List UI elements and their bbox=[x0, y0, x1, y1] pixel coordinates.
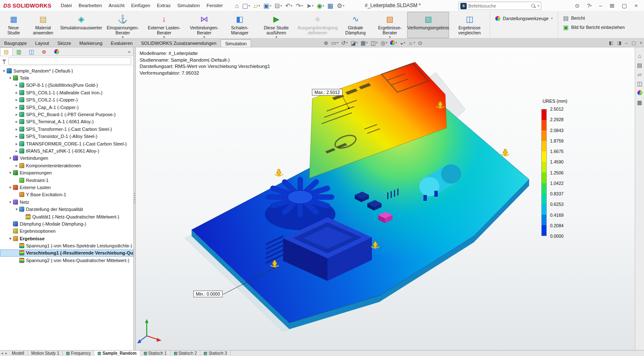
minimize-button[interactable]: – bbox=[596, 0, 605, 11]
expand-down-icon[interactable]: ▾ bbox=[8, 200, 13, 204]
ribbon-material-anwenden[interactable]: ▤Material anwenden bbox=[26, 12, 60, 38]
search-icon[interactable] bbox=[531, 3, 536, 8]
dropdown-arrow-icon[interactable]: ▾ bbox=[259, 4, 260, 8]
max-callout[interactable]: Max.: 2.5012 bbox=[312, 89, 343, 96]
study-tab-motion-study-1[interactable]: Motion Study 1 bbox=[28, 351, 63, 356]
custom-properties-button[interactable]: ▦ bbox=[637, 100, 642, 105]
tree-item-verschiebung1[interactable]: Verschiebung1 (-Resultierende Verschiebu… bbox=[0, 249, 133, 257]
menu-ansicht[interactable]: Ansicht bbox=[105, 0, 128, 11]
select-cursor-button[interactable]: ➤▾ bbox=[305, 2, 314, 10]
dropdown-arrow-icon[interactable]: ▾ bbox=[343, 4, 345, 8]
ribbon-darstellungswerkzeuge[interactable]: Darstellungswerkzeuge▾ bbox=[495, 16, 553, 21]
tree-item-d-mpfung[interactable]: Dämpfung (-Modale Dämpfung-) bbox=[0, 220, 133, 227]
redo-button[interactable]: ↷▾ bbox=[294, 2, 304, 10]
save-button[interactable]: ▣▾ bbox=[262, 2, 273, 10]
tree-item-sps-terminal-a-1[interactable]: ▸SPS_Terminal_A-1 (-6061 Alloy-) bbox=[0, 118, 133, 125]
dropdown-arrow-icon[interactable]: ▾ bbox=[312, 4, 314, 8]
tab-evaluieren[interactable]: Evaluieren bbox=[106, 39, 137, 47]
expand-down-icon[interactable]: ▾ bbox=[2, 69, 6, 73]
expand-right-icon[interactable]: ▸ bbox=[14, 98, 19, 102]
restore-button[interactable]: ▢ bbox=[619, 0, 630, 11]
ribbon-ergebnisse-vergleichen[interactable]: ◫Ergebnisse vergleichen bbox=[449, 12, 490, 38]
min-callout[interactable]: Min.: 0.0000 bbox=[193, 291, 223, 297]
tab-layout[interactable]: Layout bbox=[31, 39, 53, 47]
dropdown-arrow-icon[interactable]: ▾ bbox=[249, 4, 250, 8]
tree-item-sps-pc-board-1[interactable]: ▸SPS_PC_Board-1 (-PBT General Purpose-) bbox=[0, 111, 133, 118]
help-button[interactable]: ?▾ bbox=[584, 0, 595, 11]
menu-einf-gen[interactable]: Einfügen bbox=[128, 0, 153, 11]
ribbon-bericht[interactable]: ▤Bericht bbox=[563, 15, 625, 21]
ribbon-ausgangsbedingung-definieren[interactable]: ∗Ausgangsbedingung definieren bbox=[296, 12, 338, 38]
search-dropdown-icon[interactable]: ▾ bbox=[538, 4, 539, 8]
study-tab-modell[interactable]: Modell bbox=[8, 351, 28, 356]
home-button[interactable]: ⌂ bbox=[234, 2, 240, 10]
ribbon-diese-studie-ausf-hren[interactable]: ▶Diese Studie ausführen▾ bbox=[256, 12, 296, 38]
tab-scroll-right-icon[interactable]: ▸ bbox=[4, 351, 8, 356]
expand-down-icon[interactable]: ▾ bbox=[14, 207, 19, 211]
ribbon-verformungsergebnis[interactable]: ▨Verformungsergebnis bbox=[407, 12, 449, 38]
displaymanager-tab[interactable] bbox=[50, 47, 63, 56]
evaluate-button[interactable]: ▦ bbox=[326, 2, 335, 10]
appearances-button[interactable] bbox=[637, 90, 642, 96]
expand-right-icon[interactable]: ▸ bbox=[14, 120, 19, 124]
close-button[interactable]: × bbox=[631, 0, 641, 11]
ribbon-neue-studie[interactable]: ▦Neue Studie bbox=[1, 12, 26, 38]
featuremanager-tab[interactable]: ▤ bbox=[0, 47, 13, 56]
section-view-button[interactable]: ◪▾ bbox=[350, 40, 358, 46]
menu-extras[interactable]: Extras bbox=[153, 0, 174, 11]
expand-right-icon[interactable]: ▸ bbox=[14, 149, 19, 153]
tree-item-spannung2[interactable]: Spannung2 (-von Mises-Quadratischer Mitt… bbox=[0, 257, 133, 264]
expand-down-icon[interactable]: ▾ bbox=[8, 171, 13, 175]
expand-down-icon[interactable]: ▾ bbox=[8, 185, 13, 190]
doc-minimize-button[interactable]: – bbox=[625, 40, 628, 45]
dropdown-arrow-icon[interactable]: ▾ bbox=[404, 41, 405, 44]
tree-item-externe[interactable]: ▾Externe Lasten bbox=[0, 184, 133, 191]
user-account-button[interactable]: ⊙ bbox=[572, 0, 582, 11]
expand-right-icon[interactable]: ▸ bbox=[14, 127, 19, 131]
filter-input[interactable] bbox=[8, 57, 131, 65]
tab-markierung[interactable]: Markierung bbox=[75, 39, 106, 47]
apply-scene-button[interactable]: ◒▾ bbox=[399, 40, 406, 46]
tree-item-spannung1[interactable]: Spannung1 (-von Mises-Spektrale Leistung… bbox=[0, 242, 133, 249]
dropdown-arrow-icon[interactable]: ▾ bbox=[376, 41, 378, 44]
camera-button[interactable]: ⊙ bbox=[417, 40, 423, 46]
study-tab-statisch-3[interactable]: Statisch 3 bbox=[200, 351, 231, 356]
ribbon-bild-f-r-bericht-einbeziehen[interactable]: ▣Bild für Bericht einbeziehen bbox=[563, 24, 625, 30]
dropdown-arrow-icon[interactable]: ▾ bbox=[323, 4, 325, 8]
expand-down-icon[interactable]: ▾ bbox=[8, 236, 13, 241]
tree-item-trans-heat-sink-1[interactable]: ▸tRANS_hEAT_sINK-1 (-6061 Alloy-) bbox=[0, 147, 133, 154]
tree-item-komponenteninteraktionen[interactable]: ▸Komponenteninteraktionen bbox=[0, 162, 133, 169]
rebuild-button[interactable]: ◉▾ bbox=[315, 2, 325, 10]
graphics-area[interactable]: Modellname: #_LeiterplatteStudienname: S… bbox=[136, 47, 635, 350]
search-input[interactable] bbox=[468, 3, 529, 8]
expand-right-icon[interactable]: ▸ bbox=[14, 164, 19, 168]
tree-item-sps-cap-a-1[interactable]: ▸SPS_Cap_A-1 (-Copper-) bbox=[0, 104, 133, 111]
dropdown-arrow-icon[interactable]: ▾ bbox=[386, 41, 387, 44]
tree-item-verbindungen[interactable]: ▾Verbindungen bbox=[0, 155, 133, 162]
study-tab-statisch-1[interactable]: Statisch 1 bbox=[140, 351, 171, 356]
expand-down-icon[interactable]: ▾ bbox=[8, 76, 13, 80]
ribbon-simulationsauswerter[interactable]: ◈Simulationsauswerter bbox=[60, 12, 102, 38]
tile-windows-button[interactable]: ⊞ bbox=[607, 0, 617, 11]
orientation-triad[interactable] bbox=[137, 319, 161, 343]
tree-item-ergebnisoptionen[interactable]: Ergebnisoptionen bbox=[0, 228, 133, 235]
tree-item-qualit-t1[interactable]: Qualität1 (-Netz-Quadratischer Mittelwer… bbox=[0, 213, 133, 220]
tree-item-ergebnisse[interactable]: ▾Ergebnisse bbox=[0, 235, 133, 242]
ribbon-ergebnisse-berater[interactable]: ▧Ergebnisse-Berater▾ bbox=[372, 12, 407, 38]
ribbon-schalen-manager[interactable]: ◧Schalen-Manager bbox=[223, 12, 256, 38]
tree-item-darstellung[interactable]: ▾Darstellung der Netzqualität bbox=[0, 205, 133, 213]
study-tab-statisch-2[interactable]: Statisch 2 bbox=[171, 351, 201, 356]
dropdown-arrow-icon[interactable]: ▾ bbox=[280, 4, 282, 8]
tab-baugruppe[interactable]: Baugruppe bbox=[0, 39, 31, 47]
dropdown-arrow-icon[interactable]: ▾ bbox=[270, 4, 272, 8]
dimxpertmanager-tab[interactable]: ⊕ bbox=[38, 47, 50, 56]
zoom-area-button[interactable]: ▭▾ bbox=[330, 40, 339, 46]
tree-item-sample-random[interactable]: ▾Sample_Random* (-Default-) bbox=[0, 67, 133, 74]
tree-item-netz[interactable]: ▾Netz bbox=[0, 198, 133, 205]
tab-simulation[interactable]: Simulation bbox=[221, 39, 251, 47]
display-style-button[interactable]: ◫▾ bbox=[370, 40, 379, 46]
undo-button[interactable]: ↶▾ bbox=[284, 2, 293, 10]
expand-right-icon[interactable]: ▸ bbox=[14, 134, 19, 138]
ribbon-externer-lasten-berater[interactable]: ↓Externer Lasten-Berater▾ bbox=[143, 12, 185, 38]
expand-right-icon[interactable]: ▸ bbox=[14, 105, 19, 109]
